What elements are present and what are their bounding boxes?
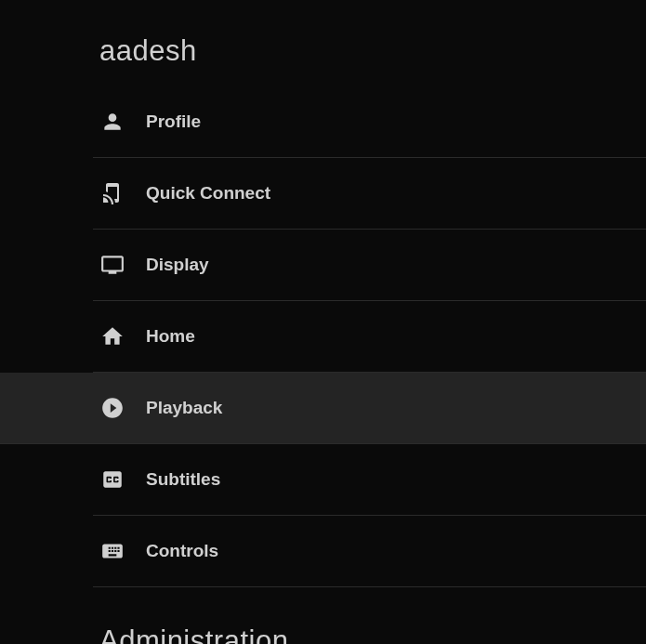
person-icon <box>99 109 125 135</box>
tap-play-icon <box>99 180 125 206</box>
home-icon <box>99 323 125 349</box>
play-circle-icon <box>99 395 125 421</box>
menu-list: Profile Quick Connect Display Home Playb <box>0 86 646 587</box>
keyboard-icon <box>99 538 125 564</box>
menu-item-label: Controls <box>146 541 218 561</box>
menu-item-playback[interactable]: Playback <box>0 373 646 444</box>
menu-item-controls[interactable]: Controls <box>93 516 646 587</box>
menu-item-quick-connect[interactable]: Quick Connect <box>93 158 646 230</box>
menu-item-home[interactable]: Home <box>93 301 646 373</box>
settings-panel: aadesh Profile Quick Connect Display Hom… <box>0 0 646 644</box>
section-title-admin: Administration <box>0 587 646 644</box>
menu-item-label: Display <box>146 255 209 275</box>
cc-icon <box>99 467 125 493</box>
menu-item-label: Subtitles <box>146 469 220 490</box>
menu-item-label: Profile <box>146 112 201 132</box>
menu-item-label: Playback <box>146 398 222 418</box>
menu-item-subtitles[interactable]: Subtitles <box>93 444 646 516</box>
menu-item-label: Home <box>146 326 195 347</box>
menu-item-display[interactable]: Display <box>93 230 646 301</box>
menu-item-label: Quick Connect <box>146 183 270 204</box>
menu-item-profile[interactable]: Profile <box>93 86 646 158</box>
tv-icon <box>99 252 125 278</box>
section-title-user: aadesh <box>0 0 646 86</box>
